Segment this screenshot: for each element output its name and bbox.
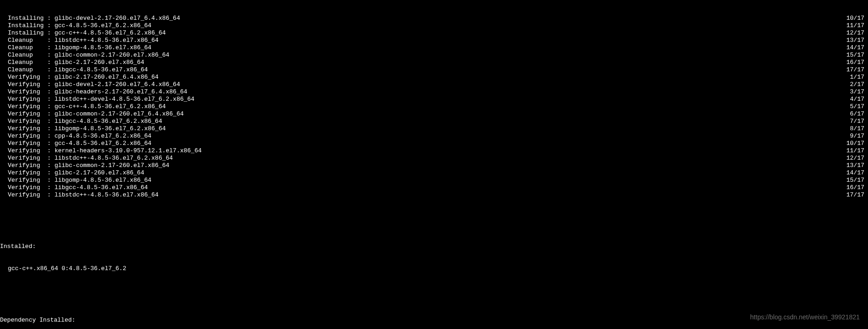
progress-index: 13/17 bbox=[846, 37, 868, 44]
progress-index: 14/17 bbox=[846, 44, 868, 52]
progress-text: Verifying : glibc-2.17-260.el7.x86_64 bbox=[0, 169, 144, 177]
progress-text: Cleanup : libstdc++-4.8.5-36.el7.x86_64 bbox=[0, 37, 159, 44]
progress-text: Verifying : libgcc-4.8.5-36.el7_6.2.x86_… bbox=[0, 118, 162, 125]
progress-index: 14/17 bbox=[846, 169, 868, 177]
progress-row: Verifying : glibc-headers-2.17-260.el7_6… bbox=[0, 88, 868, 96]
progress-index: 3/17 bbox=[850, 88, 868, 96]
progress-text: Verifying : cpp-4.8.5-36.el7_6.2.x86_64 bbox=[0, 133, 151, 140]
installed-header: Installed: bbox=[0, 243, 868, 250]
progress-row: Installing : gcc-c++-4.8.5-36.el7_6.2.x8… bbox=[0, 29, 868, 37]
progress-block: Installing : glibc-devel-2.17-260.el7_6.… bbox=[0, 15, 868, 199]
progress-row: Verifying : glibc-devel-2.17-260.el7_6.4… bbox=[0, 81, 868, 88]
progress-row: Verifying : cpp-4.8.5-36.el7_6.2.x86_649… bbox=[0, 133, 868, 140]
progress-index: 12/17 bbox=[846, 29, 868, 37]
progress-index: 1/17 bbox=[850, 74, 868, 81]
progress-row: Verifying : glibc-2.17-260.el7.x86_6414/… bbox=[0, 169, 868, 177]
package-item: gcc-c++.x86_64 0:4.8.5-36.el7_6.2 bbox=[0, 265, 868, 272]
installed-block: gcc-c++.x86_64 0:4.8.5-36.el7_6.2 bbox=[0, 265, 868, 272]
progress-text: Installing : glibc-devel-2.17-260.el7_6.… bbox=[0, 15, 180, 22]
progress-text: Verifying : glibc-2.17-260.el7_6.4.x86_6… bbox=[0, 74, 159, 81]
progress-text: Cleanup : glibc-common-2.17-260.el7.x86_… bbox=[0, 52, 169, 59]
progress-row: Cleanup : libstdc++-4.8.5-36.el7.x86_641… bbox=[0, 37, 868, 44]
progress-index: 7/17 bbox=[850, 118, 868, 125]
progress-index: 8/17 bbox=[850, 125, 868, 133]
progress-index: 15/17 bbox=[846, 52, 868, 59]
progress-index: 11/17 bbox=[846, 22, 868, 29]
progress-index: 2/17 bbox=[850, 81, 868, 88]
progress-text: Verifying : glibc-headers-2.17-260.el7_6… bbox=[0, 88, 187, 96]
progress-index: 13/17 bbox=[846, 162, 868, 169]
progress-row: Verifying : libstdc++-4.8.5-36.el7.x86_6… bbox=[0, 191, 868, 199]
progress-text: Verifying : libstdc++-devel-4.8.5-36.el7… bbox=[0, 96, 195, 103]
progress-index: 17/17 bbox=[846, 191, 868, 199]
progress-row: Verifying : libgomp-4.8.5-36.el7.x86_641… bbox=[0, 177, 868, 184]
progress-text: Verifying : libgomp-4.8.5-36.el7_6.2.x86… bbox=[0, 125, 166, 133]
progress-text: Verifying : glibc-devel-2.17-260.el7_6.4… bbox=[0, 81, 180, 88]
progress-row: Cleanup : libgomp-4.8.5-36.el7.x86_6414/… bbox=[0, 44, 868, 52]
progress-index: 11/17 bbox=[846, 147, 868, 155]
progress-text: Installing : gcc-4.8.5-36.el7_6.2.x86_64 bbox=[0, 22, 151, 29]
progress-row: Verifying : glibc-2.17-260.el7_6.4.x86_6… bbox=[0, 74, 868, 81]
progress-index: 10/17 bbox=[846, 140, 868, 147]
progress-row: Verifying : glibc-common-2.17-260.el7_6.… bbox=[0, 110, 868, 118]
progress-text: Verifying : gcc-c++-4.8.5-36.el7_6.2.x86… bbox=[0, 103, 166, 110]
progress-text: Verifying : glibc-common-2.17-260.el7_6.… bbox=[0, 110, 184, 118]
progress-index: 10/17 bbox=[846, 15, 868, 22]
progress-row: Cleanup : libgcc-4.8.5-36.el7.x86_6417/1… bbox=[0, 66, 868, 74]
progress-row: Verifying : glibc-common-2.17-260.el7.x8… bbox=[0, 162, 868, 169]
dep-installed-header: Dependency Installed: bbox=[0, 317, 868, 324]
progress-row: Verifying : kernel-headers-3.10.0-957.12… bbox=[0, 147, 868, 155]
progress-text: Verifying : libgcc-4.8.5-36.el7.x86_64 bbox=[0, 184, 148, 191]
progress-index: 15/17 bbox=[846, 177, 868, 184]
progress-row: Verifying : libgcc-4.8.5-36.el7.x86_6416… bbox=[0, 184, 868, 191]
progress-row: Verifying : gcc-4.8.5-36.el7_6.2.x86_641… bbox=[0, 140, 868, 147]
progress-index: 17/17 bbox=[846, 66, 868, 74]
progress-text: Verifying : glibc-common-2.17-260.el7.x8… bbox=[0, 162, 169, 169]
progress-text: Cleanup : glibc-2.17-260.el7.x86_64 bbox=[0, 59, 144, 66]
terminal-output[interactable]: Installing : glibc-devel-2.17-260.el7_6.… bbox=[0, 0, 868, 329]
progress-index: 4/17 bbox=[850, 96, 868, 103]
progress-index: 16/17 bbox=[846, 59, 868, 66]
progress-row: Verifying : gcc-c++-4.8.5-36.el7_6.2.x86… bbox=[0, 103, 868, 110]
progress-text: Verifying : kernel-headers-3.10.0-957.12… bbox=[0, 147, 201, 155]
progress-index: 9/17 bbox=[850, 133, 868, 140]
progress-row: Verifying : libgomp-4.8.5-36.el7_6.2.x86… bbox=[0, 125, 868, 133]
progress-row: Installing : glibc-devel-2.17-260.el7_6.… bbox=[0, 15, 868, 22]
progress-text: Verifying : libstdc++-4.8.5-36.el7_6.2.x… bbox=[0, 155, 173, 162]
progress-text: Verifying : libgomp-4.8.5-36.el7.x86_64 bbox=[0, 177, 151, 184]
progress-index: 6/17 bbox=[850, 110, 868, 118]
watermark-text: https://blog.csdn.net/weixin_39921821 bbox=[750, 313, 860, 321]
progress-text: Installing : gcc-c++-4.8.5-36.el7_6.2.x8… bbox=[0, 29, 166, 37]
progress-index: 12/17 bbox=[846, 155, 868, 162]
progress-text: Cleanup : libgcc-4.8.5-36.el7.x86_64 bbox=[0, 66, 148, 74]
progress-text: Verifying : libstdc++-4.8.5-36.el7.x86_6… bbox=[0, 191, 159, 199]
progress-row: Cleanup : glibc-common-2.17-260.el7.x86_… bbox=[0, 52, 868, 59]
progress-text: Cleanup : libgomp-4.8.5-36.el7.x86_64 bbox=[0, 44, 151, 52]
progress-text: Verifying : gcc-4.8.5-36.el7_6.2.x86_64 bbox=[0, 140, 151, 147]
progress-row: Installing : gcc-4.8.5-36.el7_6.2.x86_64… bbox=[0, 22, 868, 29]
progress-index: 5/17 bbox=[850, 103, 868, 110]
progress-index: 16/17 bbox=[846, 184, 868, 191]
progress-row: Verifying : libgcc-4.8.5-36.el7_6.2.x86_… bbox=[0, 118, 868, 125]
progress-row: Cleanup : glibc-2.17-260.el7.x86_6416/17 bbox=[0, 59, 868, 66]
progress-row: Verifying : libstdc++-4.8.5-36.el7_6.2.x… bbox=[0, 155, 868, 162]
progress-row: Verifying : libstdc++-devel-4.8.5-36.el7… bbox=[0, 96, 868, 103]
